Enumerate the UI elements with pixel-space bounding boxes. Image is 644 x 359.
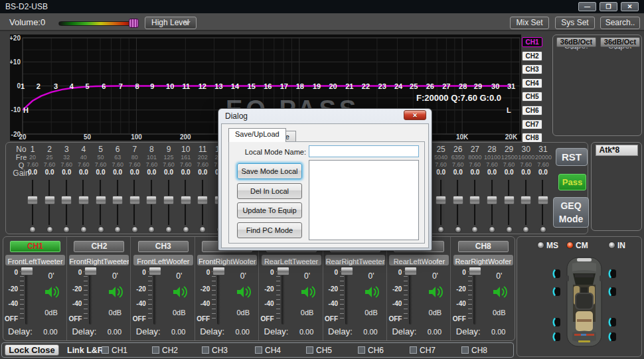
car-speaker-icon-3[interactable] [552,317,561,328]
eq-band-slider-handle[interactable] [78,196,89,204]
lp-slope-select[interactable]: 36dB/Oct [600,37,640,47]
eq-band-knob[interactable] [165,226,172,233]
eq-band-slider-handle[interactable] [487,196,497,204]
hp-slope-select[interactable]: 36dB/Oct [556,37,596,47]
sys-set-button[interactable]: Sys Set [555,17,595,29]
eq-band-knob[interactable] [80,226,87,233]
delay-value[interactable]: 0.00 [37,328,64,336]
dialog-button-save-mode-local[interactable]: Save Mode Local [237,163,302,179]
graph-channel-button-ch7[interactable]: CH7 [522,119,542,129]
eq-band-slider-handle[interactable] [181,196,191,204]
eq-band-knob[interactable] [114,226,121,233]
eq-band-slider-handle[interactable] [521,196,531,204]
dialog-button-find-pc-mode[interactable]: Find PC Mode [237,222,302,238]
fader-handle[interactable] [84,267,97,275]
link-check-ch1[interactable]: CH1 [102,346,135,354]
dialog-tab-save-upload[interactable]: Save/UpLoad [228,128,286,142]
delay-value[interactable]: 0.00 [485,328,513,336]
speaker-icon[interactable] [44,285,60,299]
speaker-icon[interactable] [236,285,252,299]
radio-cm[interactable]: CM [566,241,593,250]
local-mode-listbox[interactable] [309,160,419,240]
delay-value[interactable]: 0.00 [228,328,256,336]
delay-value[interactable]: 0.00 [100,328,128,336]
graph-channel-button-ch5[interactable]: CH5 [522,92,542,102]
dialog-button-del-in-local[interactable]: Del In Local [237,183,302,199]
graph-channel-button-ch6[interactable]: CH6 [522,106,542,115]
channel-button-ch2[interactable]: CH2 [74,241,124,252]
eq-band-slider-handle[interactable] [436,196,446,204]
channel-name-field[interactable]: FrontRightWoofer [197,255,257,265]
speaker-icon[interactable] [364,285,380,299]
link-check-ch5[interactable]: CH5 [306,346,339,354]
channel-button-ch8[interactable]: CH8 [458,241,509,252]
graph-channel-button-ch3[interactable]: CH3 [522,64,542,74]
eq-band-slider-handle[interactable] [146,196,157,204]
eq-band-knob[interactable] [29,226,36,233]
dialog-close-button[interactable]: ✕ [404,110,426,120]
eq-band-slider-handle[interactable] [538,196,548,204]
graph-channel-button-ch1[interactable]: CH1 [522,37,542,47]
channel-name-field[interactable]: RearLeftWoofer [389,255,449,265]
fader-track[interactable] [89,270,92,324]
dialog-button-update-to-equip[interactable]: Update To Equip [237,202,302,218]
eq-band-slider-handle[interactable] [163,196,174,204]
volume-slider[interactable] [58,21,137,26]
mix-set-button[interactable]: Mix Set [510,17,549,29]
graph-channel-button-ch8[interactable]: CH8 [522,133,542,143]
eq-band-knob[interactable] [199,226,206,233]
car-speaker-icon-8[interactable] [607,331,617,342]
eq-band-knob[interactable] [438,226,444,233]
eq-band-slider-handle[interactable] [27,196,38,204]
fader-handle[interactable] [149,267,161,275]
link-check-ch4[interactable]: CH4 [255,346,288,354]
fader-handle[interactable] [404,267,417,275]
eq-band-slider-handle[interactable] [44,196,55,204]
eq-band-knob[interactable] [506,226,513,233]
car-speaker-icon-7[interactable] [607,317,617,328]
channel-button-ch3[interactable]: CH3 [138,241,189,252]
eq-band-slider-handle[interactable] [96,196,106,204]
channel-name-field[interactable]: RearLeftTweeter [262,255,321,265]
fader-track[interactable] [409,270,412,324]
minimize-button[interactable]: — [578,2,596,11]
pass-button[interactable]: Pass [558,174,586,190]
car-speaker-icon-4[interactable] [552,331,561,342]
eq-band-knob[interactable] [148,226,155,233]
fader-track[interactable] [282,270,285,324]
delay-value[interactable]: 0.00 [165,328,193,336]
eq-band-knob[interactable] [131,226,138,233]
fader-track[interactable] [25,270,29,324]
eq-band-slider-handle[interactable] [61,196,72,204]
eq-band-knob[interactable] [523,226,529,233]
release-time-value[interactable]: Atk*8 [596,145,638,156]
channel-name-field[interactable]: RearRightTweeter [325,255,385,265]
delay-value[interactable]: 0.00 [293,328,321,336]
speaker-icon[interactable] [300,285,316,299]
link-check-ch8[interactable]: CH8 [461,346,495,354]
geq-mode-button[interactable]: GEQ Mode [553,197,589,228]
speaker-icon[interactable] [108,285,123,299]
eq-band-knob[interactable] [183,226,189,233]
link-check-ch6[interactable]: CH6 [358,346,391,354]
car-speaker-icon-1[interactable] [552,268,561,279]
search-button[interactable]: Search.. [600,17,640,29]
input-level-select[interactable]: High Level [145,17,197,29]
maximize-button[interactable]: ❐ [600,2,617,11]
radio-ms[interactable]: MS [537,241,564,250]
speaker-icon[interactable] [172,285,188,299]
eq-band-slider-handle[interactable] [197,196,208,204]
eq-band-knob[interactable] [98,226,104,233]
car-speaker-icon-6[interactable] [607,286,617,297]
car-speaker-icon-5[interactable] [607,268,617,279]
speaker-icon[interactable] [492,285,508,299]
fader-handle[interactable] [341,267,353,275]
fader-track[interactable] [473,270,477,324]
eq-band-slider-handle[interactable] [112,196,123,204]
eq-band-knob[interactable] [540,226,546,233]
fader-handle[interactable] [277,267,289,275]
fader-track[interactable] [345,270,349,324]
link-check-ch3[interactable]: CH3 [202,346,235,354]
fader-handle[interactable] [469,267,481,275]
eq-band-knob[interactable] [471,226,478,233]
